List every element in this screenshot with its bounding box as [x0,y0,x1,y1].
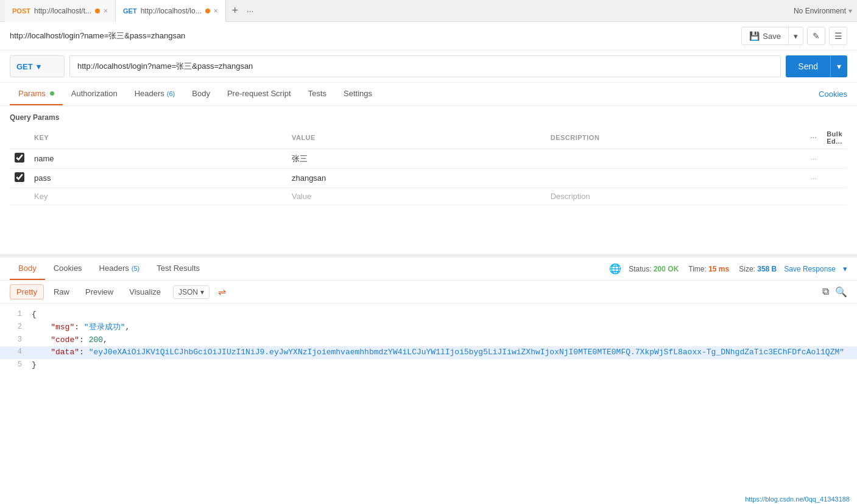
row1-key: name [34,154,54,163]
row2-check-cell[interactable] [10,169,29,188]
save-resp-arrow[interactable]: ▾ [843,264,847,273]
size-text: Size: [739,265,757,273]
tab-headers-label: Headers [135,89,164,98]
fmt-raw[interactable]: Raw [48,285,76,299]
row2-value: zhangsan [292,173,326,183]
row2-checkbox[interactable] [15,172,24,182]
empty-desc-cell[interactable]: Description [546,188,806,205]
request-tabs: Params Authorization Headers (6) Body Pr… [0,83,857,106]
format-bar: Pretty Raw Preview Visualize JSON ▾ ⇌ ⧉ … [0,281,857,304]
format-right-actions: ⧉ 🔍 [822,286,847,298]
tab-close-post[interactable]: × [104,7,108,15]
comment-button[interactable]: ☰ [829,27,847,45]
row2-key: pass [34,173,51,183]
row1-key-cell[interactable]: name [29,149,287,169]
empty-key-cell[interactable]: Key [29,188,287,205]
format-type-selector[interactable]: JSON ▾ [173,285,210,299]
environment-selector[interactable]: No Environment ▾ [794,7,852,15]
col-description: DESCRIPTION [546,127,806,149]
fmt-preview[interactable]: Preview [79,285,119,299]
save-response-button[interactable]: Save Response [784,265,836,273]
send-button-main[interactable]: Send [786,55,831,77]
code-line-2: 2 "msg": "登录成功", [10,321,847,334]
size-label: Size: 358 B [739,265,777,273]
resp-tab-test-results-label: Test Results [157,264,200,273]
tab-bar: POST http://localhost/t... × GET http://… [0,0,857,22]
row2-desc-cell[interactable] [546,169,806,188]
time-text: Time: [688,265,708,273]
resp-tab-body-label: Body [18,264,37,273]
tab-headers[interactable]: Headers (6) [126,83,184,105]
tab-params[interactable]: Params [10,83,63,105]
tab-prerequest[interactable]: Pre-request Script [219,83,300,105]
copy-icon[interactable]: ⧉ [822,286,829,298]
line-content-5: } [32,359,847,372]
tab-params-label: Params [18,89,46,98]
cookies-link[interactable]: Cookies [819,89,847,99]
tab-get[interactable]: GET http://localhost/lo... × [116,0,226,22]
tab-authorization[interactable]: Authorization [63,83,126,105]
row1-value: 张三 [292,154,308,163]
col-bulk-edit[interactable]: Bulk Ed... [822,127,847,149]
env-arrow: ▾ [848,7,852,15]
url-input[interactable] [69,55,781,77]
more-tabs-button[interactable]: ··· [247,6,254,16]
tab-close-get[interactable]: × [214,7,218,15]
empty-value-cell[interactable]: Value [287,188,546,205]
tab-post[interactable]: POST http://localhost/t... × [5,0,116,22]
row2-key-cell[interactable]: pass [29,169,287,188]
new-tab-button[interactable]: + [226,2,244,20]
resp-tab-cookies-label: Cookies [54,264,82,273]
line-content-2: "msg": "登录成功", [32,321,847,334]
save-dropdown-arrow[interactable]: ▾ [789,27,803,44]
row1-check-cell[interactable] [10,149,29,169]
tab-url-post: http://localhost/t... [34,7,91,15]
save-button[interactable]: 💾 Save ▾ [741,27,803,45]
line-num-3: 3 [10,334,22,347]
wrap-icon[interactable]: ⇌ [218,286,226,298]
headers-badge: (6) [167,90,175,97]
time-label: Time: 15 ms [688,265,729,273]
response-actions: 🌐 Status: 200 OK Time: 15 ms Size: 358 B… [609,263,847,275]
tab-settings[interactable]: Settings [335,83,381,105]
edit-button[interactable]: ✎ [807,27,825,45]
row2-more[interactable]: ··· [805,169,822,188]
format-type-arrow: ▾ [200,288,204,296]
code-line-3: 3 "code": 200, [10,334,847,347]
row1-checkbox[interactable] [15,153,24,163]
row1-more[interactable]: ··· [805,149,822,169]
resp-tab-body[interactable]: Body [10,257,45,280]
resp-tab-test-results[interactable]: Test Results [148,257,208,280]
send-dropdown-arrow[interactable]: ▾ [831,55,847,77]
send-button[interactable]: Send ▾ [786,55,847,77]
status-text: Status: [629,265,654,273]
code-line-5: 5 } [10,359,847,372]
line-content-3: "code": 200, [32,334,847,347]
resp-tab-headers[interactable]: Headers (5) [91,257,149,280]
line-content-4: "data": "eyJ0eXAiOiJKV1QiLCJhbGciOiJIUzI… [32,346,847,359]
fmt-visualize[interactable]: Visualize [123,285,167,299]
row1-value-cell[interactable]: 张三 [287,149,546,169]
search-icon[interactable]: 🔍 [835,286,847,298]
description-placeholder: Description [551,192,590,201]
comment-icon: ☰ [834,31,842,41]
save-label: Save [763,32,781,41]
resp-headers-badge: (5) [132,265,139,272]
col-value: VALUE [287,127,546,149]
tab-tests[interactable]: Tests [300,83,335,105]
table-row: name 张三 ··· [10,149,847,169]
tab-dot-post [95,9,100,13]
method-selector[interactable]: GET ▾ [10,55,65,77]
line-num-1: 1 [10,309,22,321]
fmt-pretty[interactable]: Pretty [10,284,44,299]
method-label: GET [16,62,33,71]
row1-desc-cell[interactable] [546,149,806,169]
save-button-main[interactable]: 💾 Save [742,27,789,44]
resp-tab-cookies[interactable]: Cookies [45,257,91,280]
fmt-raw-label: Raw [54,287,69,296]
code-line-1: 1 { [10,309,847,321]
format-type-label: JSON [178,288,198,296]
row2-empty [822,169,847,188]
row2-value-cell[interactable]: zhangsan [287,169,546,188]
tab-body[interactable]: Body [183,83,219,105]
